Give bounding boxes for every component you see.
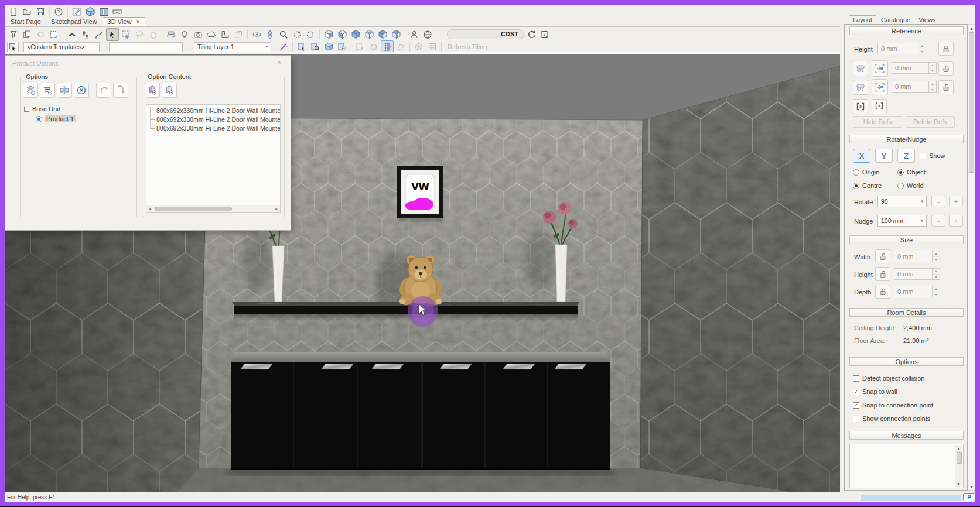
- show-checkbox[interactable]: [920, 153, 926, 159]
- panel-scrollbar-thumb[interactable]: [969, 32, 974, 173]
- tiling-layer-dropdown[interactable]: Tiling Layer 1▾: [194, 42, 271, 52]
- view-cube-left-button[interactable]: [336, 28, 349, 41]
- new-document-button[interactable]: [7, 5, 20, 18]
- reference-position-1-button[interactable]: [872, 60, 888, 77]
- cost-field[interactable]: COST: [447, 29, 524, 39]
- rotate-cw-button[interactable]: [291, 28, 303, 41]
- offset-2-spinner[interactable]: ▲▼: [929, 81, 937, 93]
- rotate-plus-button[interactable]: +: [949, 196, 963, 207]
- reference-position-2-button[interactable]: [872, 79, 888, 95]
- delete-refs-button[interactable]: Delete Refs: [906, 116, 955, 128]
- list-item[interactable]: 800x692x330mm Hi-Line 2 Door Wall Mounte…: [146, 115, 280, 124]
- panel-scroll-down-icon[interactable]: ▼: [969, 483, 974, 490]
- fill-tool-button[interactable]: [7, 28, 20, 41]
- detect-collision-row[interactable]: Detect object collision: [853, 375, 924, 382]
- show-checkbox-row[interactable]: Show: [920, 152, 945, 159]
- orbit-vertical-button[interactable]: [264, 28, 276, 41]
- option-content-list[interactable]: 800x692x330mm Hi-Line 2 Door Wall Mounte…: [146, 104, 281, 213]
- walkthrough-button[interactable]: [79, 28, 92, 41]
- help-button[interactable]: ?: [52, 5, 65, 18]
- height-size-lock-button[interactable]: [875, 267, 890, 281]
- reference-height-input[interactable]: 0 mm: [877, 43, 918, 54]
- sketchpad-view-button[interactable]: [70, 5, 83, 18]
- reference-offset-2-input[interactable]: 0 mm: [892, 81, 929, 93]
- rotate-dropdown[interactable]: 90▾: [877, 196, 927, 207]
- roof-tool-button[interactable]: [66, 28, 78, 41]
- height-size-spinner[interactable]: ▲▼: [933, 268, 940, 280]
- elevation-view-button[interactable]: [97, 5, 110, 18]
- marquee-select-button[interactable]: [119, 28, 132, 41]
- height-lock-button[interactable]: [938, 42, 954, 56]
- furniture-list-button[interactable]: [165, 28, 177, 41]
- origin-radio[interactable]: [853, 169, 859, 176]
- ref-bracket-button[interactable]: [853, 99, 868, 114]
- copy-button[interactable]: [21, 28, 33, 41]
- tree-node-base-unit[interactable]: − Base Unit: [24, 105, 76, 112]
- tab-3d-view[interactable]: 3D View×: [103, 17, 145, 26]
- tab-views[interactable]: Views: [915, 16, 939, 24]
- path-tool-button[interactable]: [93, 28, 105, 41]
- camera-button[interactable]: [192, 28, 204, 41]
- width-input[interactable]: 0 mm: [894, 251, 933, 262]
- pan-tool-button[interactable]: [146, 28, 159, 41]
- origin-radio-row[interactable]: Origin: [853, 169, 879, 176]
- axis-z-button[interactable]: Z: [897, 149, 915, 163]
- nudge-dropdown[interactable]: 100 mm▾: [877, 215, 927, 227]
- edit-product-content-button[interactable]: [162, 83, 177, 98]
- show-connection-points-checkbox[interactable]: [853, 416, 859, 422]
- offset-2-lock-button[interactable]: [938, 80, 954, 94]
- view-cube-top-button[interactable]: [363, 28, 375, 41]
- image-region-button[interactable]: [47, 28, 60, 41]
- size-section-header[interactable]: Size: [849, 235, 964, 244]
- depth-spinner[interactable]: ▲▼: [933, 286, 940, 297]
- list-item[interactable]: 800x692x330mm Hi-Line 2 Door Wall Mounte…: [146, 124, 280, 133]
- sync-button[interactable]: [34, 28, 47, 41]
- save-button[interactable]: [34, 5, 47, 18]
- show-connection-points-row[interactable]: Show connection points: [853, 415, 930, 422]
- messages-scrollbar-thumb[interactable]: [957, 452, 962, 464]
- snap-to-wall-checkbox[interactable]: ✓: [853, 389, 859, 395]
- detect-collision-checkbox[interactable]: [853, 375, 859, 382]
- height-size-input[interactable]: 0 mm: [894, 268, 933, 280]
- reference-plane-2-button[interactable]: 2: [853, 80, 868, 95]
- scroll-up-icon[interactable]: ▲: [957, 445, 961, 452]
- apply-template-button[interactable]: [7, 42, 19, 52]
- scroll-right-icon[interactable]: ▸: [273, 205, 280, 213]
- close-tab-icon[interactable]: ×: [136, 18, 139, 25]
- object-radio[interactable]: [897, 169, 904, 176]
- width-lock-button[interactable]: [875, 249, 890, 263]
- depth-lock-button[interactable]: [875, 285, 890, 299]
- list-item[interactable]: 800x692x330mm Hi-Line 2 Door Wall Mounte…: [146, 107, 280, 115]
- p-button[interactable]: P: [963, 493, 975, 501]
- panel-scroll-up-icon[interactable]: ▲: [969, 25, 974, 32]
- options-section-header[interactable]: Options: [849, 357, 964, 366]
- refresh-cost-button[interactable]: [525, 28, 538, 41]
- rotate-ccw-button[interactable]: [304, 28, 317, 41]
- reference-section-header[interactable]: Reference: [849, 26, 964, 35]
- duplicate-window-button[interactable]: [232, 28, 245, 41]
- tree-collapse-icon[interactable]: −: [24, 107, 29, 112]
- ref-bracket-12-button[interactable]: 12: [872, 99, 887, 114]
- option-list-button[interactable]: [40, 83, 55, 98]
- tab-catalogue[interactable]: Catalogue: [877, 16, 914, 24]
- scrollbar-thumb[interactable]: [155, 207, 232, 211]
- view-cube-back-button[interactable]: [376, 28, 389, 41]
- nudge-minus-button[interactable]: -: [931, 215, 945, 227]
- rename-option-button[interactable]: [57, 83, 72, 98]
- view-cube-front-button[interactable]: [349, 28, 362, 41]
- price-list-button[interactable]: £: [538, 28, 551, 41]
- messages-section-header[interactable]: Messages: [849, 431, 964, 440]
- user-button[interactable]: [408, 28, 421, 41]
- horizontal-scrollbar[interactable]: ◂ ▸: [146, 205, 280, 212]
- rotate-nudge-section-header[interactable]: Rotate/Nudge: [849, 135, 964, 143]
- tab-sketchpad-view[interactable]: Sketchpad View: [46, 18, 102, 26]
- select-tool-button[interactable]: [106, 28, 119, 41]
- undo-button[interactable]: [96, 83, 111, 98]
- world-radio-row[interactable]: World: [897, 182, 924, 189]
- vr-view-button[interactable]: [111, 5, 124, 18]
- width-spinner[interactable]: ▲▼: [933, 251, 940, 262]
- world-radio[interactable]: [897, 183, 904, 189]
- messages-box[interactable]: ▲ ▼: [849, 444, 964, 488]
- object-radio-row[interactable]: Object: [897, 169, 926, 176]
- offset-1-lock-button[interactable]: [938, 61, 954, 76]
